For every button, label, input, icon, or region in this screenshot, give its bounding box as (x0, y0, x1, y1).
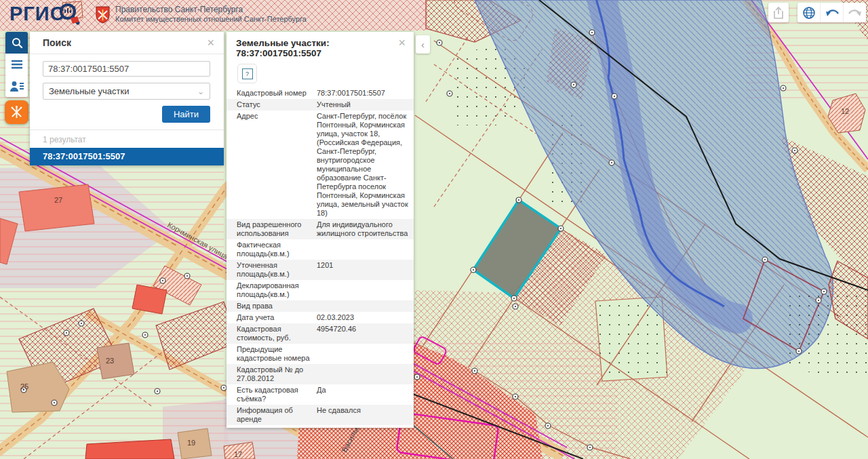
globe-icon (802, 6, 816, 20)
details-panel-header: Земельные участки: 78:37:0017501:5507 × (226, 32, 414, 61)
detail-row: Дата учета02.03.2023 (226, 312, 414, 323)
detail-row-value: Учтенный (317, 100, 414, 109)
detail-row-label: Кадастровый № до 27.08.2012 (226, 365, 317, 383)
detail-row-label: Уточненная площадь(кв.м.) (226, 261, 317, 279)
detail-row: Вид разрешенного использованияДля индиви… (226, 219, 414, 239)
detail-row-label: Вид разрешенного использования (226, 220, 317, 238)
spb-emblem-icon (9, 105, 24, 119)
details-collapse-button[interactable]: ‹ (416, 35, 430, 54)
detail-row-label: Информация об аренде (226, 406, 317, 424)
search-category-value: Земельные участки (49, 86, 129, 96)
detail-row-value (317, 241, 414, 258)
detail-row-label: Адрес (226, 112, 317, 218)
detail-row: Информация об арендеНе сдавался (226, 405, 414, 425)
gov-line2: Комитет имущественных отношений Санкт-Пе… (115, 14, 307, 24)
search-close-button[interactable]: × (207, 38, 214, 47)
detail-row: АдресСанкт-Петербург, посёлок Понтонный,… (226, 111, 414, 219)
sidebar-item-search[interactable] (5, 32, 28, 54)
redo-button[interactable] (844, 3, 866, 22)
detail-row: Есть кадастровая съёмка?Да (226, 384, 414, 405)
undo-icon (825, 7, 840, 19)
search-result-item[interactable]: 78:37:0017501:5507 (30, 148, 224, 165)
detail-row-value: 4954720.46 (317, 325, 414, 342)
building-label: 12 (841, 107, 849, 115)
detail-row: Фактическая площадь(кв.м.) (226, 239, 414, 260)
detail-row-value: Да (317, 386, 414, 403)
sidebar-item-layers[interactable] (5, 54, 28, 75)
map-dotted-parcel (780, 288, 868, 380)
detail-row-value: Для индивидуального жилищного строительс… (317, 220, 414, 238)
help-icon: ? (242, 68, 253, 79)
globe-button[interactable] (797, 3, 821, 22)
building-label: 25 (20, 382, 28, 391)
detail-row: Предыдущие кадастровые номера (226, 344, 414, 364)
detail-row-label: Вид права (226, 302, 317, 311)
detail-row-value: 78:37:0017501:5507 (317, 89, 414, 98)
detail-row-label: Кадастровый номер (226, 89, 317, 98)
detail-row-label: Декларированная площадь(кв.м.) (226, 281, 317, 299)
export-icon (772, 6, 785, 20)
map-toolbar (797, 3, 866, 22)
gov-line1: Правительство Санкт-Петербурга (115, 5, 307, 14)
detail-row-label: Предыдущие кадастровые номера (226, 345, 317, 363)
detail-row-label: Дата учета (226, 313, 317, 322)
redo-icon (848, 7, 863, 19)
detail-row: Вид права (226, 300, 414, 312)
detail-row: Декларированная площадь(кв.м.) (226, 280, 414, 300)
chevron-down-icon: ⌄ (197, 87, 204, 96)
building-label: 27 (54, 196, 62, 204)
export-button[interactable] (768, 3, 789, 22)
building-label: 23 (106, 357, 114, 365)
building-label: 19 (187, 439, 195, 447)
user-list-icon (9, 80, 24, 92)
detail-row: Уточненная площадь(кв.м.)1201 (226, 260, 414, 280)
search-panel-title: Поиск (43, 37, 71, 48)
detail-row-label: Есть кадастровая съёмка? (226, 386, 317, 403)
detail-row-label: Кадастровая стоимость, руб. (226, 325, 317, 342)
detail-row-value (317, 345, 414, 363)
details-panel: Земельные участки: 78:37:0017501:5507 × … (226, 32, 414, 428)
search-icon (11, 37, 23, 49)
detail-row-label: Статус (226, 100, 317, 109)
search-panel-body: Земельные участки ⌄ Найти (30, 54, 224, 123)
results-count: 1 результат (30, 129, 224, 148)
search-category-select[interactable]: Земельные участки ⌄ (43, 83, 210, 100)
detail-row-label: Фактическая площадь(кв.м.) (226, 241, 317, 258)
menu-icon (11, 59, 23, 70)
gov-title: Правительство Санкт-Петербурга Комитет и… (115, 5, 307, 24)
detail-row-value: 02.03.2023 (317, 313, 414, 322)
building-label: 17 (234, 450, 242, 458)
detail-row: Кадастровый № до 27.08.2012 (226, 364, 414, 384)
rgis-app: 27 23 25 19 17 17 12 12 Корчминская улиц… (0, 0, 868, 459)
sidebar (5, 32, 28, 97)
details-table: Кадастровый номер78:37:0017501:5507Стату… (226, 87, 414, 428)
detail-row: Кадастровая стоимость, руб.4954720.46 (226, 323, 414, 344)
details-close-button[interactable]: × (398, 38, 406, 47)
detail-row-value: Не сдавался (317, 406, 414, 424)
spb-coat-of-arms-icon (95, 5, 111, 24)
detail-row-value (317, 302, 414, 311)
detail-row: СтатусУчтенный (226, 99, 414, 111)
parcel-help-button[interactable]: ? (237, 64, 257, 83)
sidebar-item-spb-services[interactable] (5, 100, 28, 124)
search-input[interactable] (43, 61, 210, 77)
find-button[interactable]: Найти (162, 106, 210, 123)
undo-button[interactable] (821, 3, 844, 22)
detail-row-value (317, 281, 414, 299)
sidebar-item-cabinet[interactable] (5, 75, 28, 97)
logo-magnifier-icon (57, 2, 84, 29)
details-panel-title: Земельные участки: 78:37:0017501:5507 (236, 38, 398, 58)
detail-row: Кадастровый номер78:37:0017501:5507 (226, 87, 414, 99)
search-panel: Поиск × Земельные участки ⌄ Найти 1 резу… (30, 32, 224, 165)
detail-row-value: Санкт-Петербург, посёлок Понтонный, Корч… (317, 112, 414, 218)
detail-row-value (317, 365, 414, 383)
detail-row-value: 1201 (317, 261, 414, 279)
search-panel-header: Поиск × (30, 32, 224, 54)
